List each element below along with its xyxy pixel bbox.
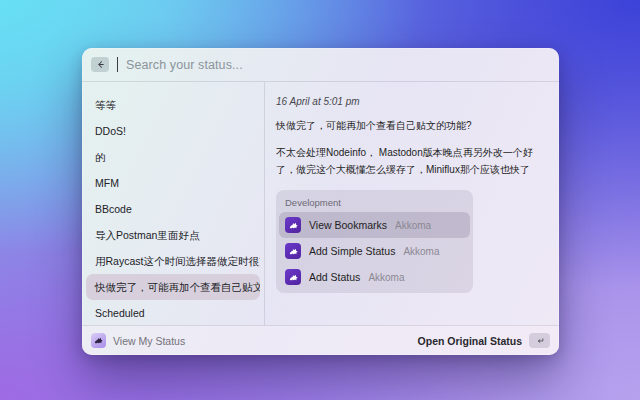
back-button[interactable]	[91, 57, 109, 72]
action-app-name: Akkoma	[368, 272, 404, 283]
action-app-name: Akkoma	[395, 220, 431, 231]
actions-panel: Development View Bookmarks Akkoma Add Si…	[276, 190, 473, 293]
status-list-item-selected[interactable]: 快做完了，可能再加个查看自己贴文的...	[86, 274, 260, 300]
status-list-item[interactable]: 的	[86, 144, 260, 170]
status-text-body: 不太会处理Nodeinfo， Mastodon版本晚点再另外改一个好了，做完这个…	[276, 144, 548, 178]
action-app-name: Akkoma	[403, 246, 439, 257]
status-list-item[interactable]: DDoS!	[86, 118, 260, 144]
launcher-window: Search your status... 等等 DDoS! 的 MFM BBc…	[82, 48, 559, 355]
status-list-item[interactable]: MFM	[86, 170, 260, 196]
status-list-item[interactable]: 等等	[86, 92, 260, 118]
status-list-item[interactable]: 用Raycast这个时间选择器做定时很方...	[86, 248, 260, 274]
akkoma-app-icon	[285, 217, 301, 233]
action-add-status[interactable]: Add Status Akkoma	[279, 264, 470, 290]
status-list-item[interactable]: BBcode	[86, 196, 260, 222]
akkoma-extension-icon	[91, 333, 106, 348]
status-list-item[interactable]: Scheduled	[86, 300, 260, 326]
return-key-hint	[529, 333, 550, 348]
return-key-icon	[535, 336, 545, 346]
status-timestamp: 16 April at 5:01 pm	[276, 96, 548, 107]
status-list: 等等 DDoS! 的 MFM BBcode 导入Postman里面好点 用Ray…	[82, 82, 265, 325]
text-cursor	[117, 57, 118, 72]
action-add-simple-status[interactable]: Add Simple Status Akkoma	[279, 238, 470, 264]
akkoma-app-icon	[285, 243, 301, 259]
action-label: View Bookmarks	[309, 219, 387, 231]
open-original-status-action[interactable]: Open Original Status	[418, 335, 522, 347]
action-label: Add Status	[309, 271, 360, 283]
status-detail-panel: 16 April at 5:01 pm 快做完了，可能再加个查看自己贴文的功能?…	[265, 82, 559, 325]
search-input[interactable]: Search your status...	[126, 58, 243, 72]
view-my-status-action[interactable]: View My Status	[113, 335, 185, 347]
akkoma-app-icon	[285, 269, 301, 285]
back-arrow-icon	[95, 59, 106, 70]
action-view-bookmarks[interactable]: View Bookmarks Akkoma	[279, 212, 470, 238]
action-label: Add Simple Status	[309, 245, 395, 257]
status-list-item[interactable]: 导入Postman里面好点	[86, 222, 260, 248]
main-split: 等等 DDoS! 的 MFM BBcode 导入Postman里面好点 用Ray…	[82, 82, 559, 325]
footer-bar: View My Status Open Original Status	[82, 325, 559, 355]
status-text-line: 快做完了，可能再加个查看自己贴文的功能?	[276, 117, 548, 134]
search-bar: Search your status...	[82, 48, 559, 82]
actions-section-label: Development	[279, 193, 470, 212]
desktop-background: Search your status... 等等 DDoS! 的 MFM BBc…	[0, 0, 640, 400]
